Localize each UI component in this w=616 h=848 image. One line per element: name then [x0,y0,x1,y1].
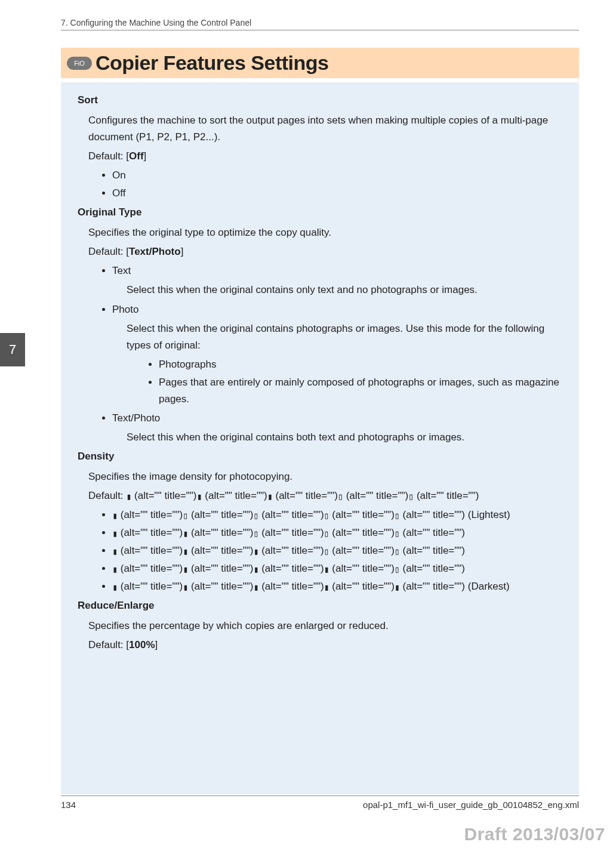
density-bar-icon: ▮ [183,526,188,541]
density-bar-icon: ▮ [112,580,118,595]
list-item: Text/Photo Select this when the original… [112,410,568,446]
density-bar-icon: ▮ [183,580,188,595]
density-bar-icon: ▮ [324,580,329,595]
original-type-default: Default: [Text/Photo] [88,243,568,260]
glyph-alt: (alt="" title="") [329,527,395,538]
glyph-alt: (alt="" title="") [118,545,183,556]
item-desc: Select this when the original contains b… [127,429,568,446]
chapter-side-tab: 7 [0,333,25,366]
item-name: Text [112,265,131,276]
glyph-alt: (alt="" title="") [118,581,183,592]
section-title-original-type: Original Type [61,204,568,221]
level-suffix: (Lightest) [465,509,510,520]
density-bar-icon: ▯ [324,508,329,523]
list-item: Pages that are entirely or mainly compos… [159,374,568,408]
list-item: ▮ (alt="" title="")▮ (alt="" title="")▯ … [112,525,568,541]
item-name: Photo [112,304,138,315]
reduce-enlarge-desc: Specifies the percentage by which copies… [88,618,568,634]
sort-options: On Off [100,167,568,202]
page-number: 134 [61,800,76,810]
default-value: Text/Photo [129,246,181,257]
density-bar-icon: ▯ [324,544,329,559]
item-desc: Select this when the original contains p… [127,320,568,354]
glyph-alt: (alt="" title="") [400,563,465,574]
glyph-alt: (alt="" title="") [118,527,183,538]
density-bar-icon: ▮ [112,562,118,577]
glyph-alt: (alt="" title="") [329,563,395,574]
list-item: ▮ (alt="" title="")▮ (alt="" title="")▮ … [112,542,568,559]
glyph-alt: (alt="" title="") [202,490,267,501]
density-bar-icon: ▯ [395,562,400,577]
glyph-alt: (alt="" title="") [258,509,324,520]
chapter-header: 7. Configuring the Machine Using the Con… [61,18,579,30]
original-type-desc: Specifies the original type to optimize … [88,224,568,241]
glyph-alt: (alt="" title="") [188,527,253,538]
list-item: On [112,167,568,184]
glyph-alt: (alt="" title="") [188,545,253,556]
density-bar-icon: ▮ [395,580,400,595]
density-bar-icon: ▯ [395,508,400,523]
list-item: Photographs [159,356,568,373]
glyph-alt: (alt="" title="") [258,527,324,538]
page: 7. Configuring the Machine Using the Con… [0,0,616,848]
item-desc: Select this when the original contains o… [127,282,568,298]
list-item: ▮ (alt="" title="")▮ (alt="" title="")▮ … [112,578,568,595]
density-desc: Specifies the image density for photocop… [88,468,568,485]
default-label: Default: [ [88,639,129,650]
glyph-alt: (alt="" title="") [188,581,253,592]
density-default: Default: ▮ (alt="" title="")▮ (alt="" ti… [88,488,568,504]
draft-watermark: Draft 2013/03/07 [464,824,606,844]
photo-sublist: Photographs Pages that are entirely or m… [147,356,568,408]
density-bar-icon: ▯ [395,526,400,541]
glyph-alt: (alt="" title="") [400,509,465,520]
sort-desc: Configures the machine to sort the outpu… [88,112,568,146]
list-item: Off [112,185,568,202]
fio-badge: FiO [67,57,92,70]
default-close: ] [181,246,184,257]
density-bar-icon: ▮ [112,526,118,541]
glyph-alt: (alt="" title="") [258,581,324,592]
density-bar-icon: ▯ [183,508,188,523]
content-body: Sort Configures the machine to sort the … [61,82,579,794]
glyph-alt: (alt="" title="") [118,563,183,574]
glyph-alt: (alt="" title="") [258,545,324,556]
glyph-alt: (alt="" title="") [258,563,324,574]
page-title: Copier Features Settings [96,51,328,75]
default-label: Default: [ [88,150,129,162]
glyph-alt: (alt="" title="") [131,490,196,501]
section-title-density: Density [61,448,568,465]
list-item: Photo Select this when the original cont… [112,301,568,408]
glyph-alt: (alt="" title="") [188,563,253,574]
density-bar-icon: ▮ [112,544,118,559]
default-label: Default: [ [88,246,129,257]
original-type-options: Text Select this when the original conta… [100,263,568,445]
default-close: ] [155,639,158,650]
list-item: ▮ (alt="" title="")▮ (alt="" title="")▮ … [112,560,568,577]
density-bar-icon: ▮ [197,489,202,504]
glyph-alt: (alt="" title="") [273,490,338,501]
item-name: Text/Photo [112,412,160,424]
density-bar-icon: ▯ [324,526,329,541]
density-bar-icon: ▯ [408,489,414,504]
glyph-alt: (alt="" title="") [343,490,408,501]
density-bar-icon: ▮ [183,544,188,559]
section-title-sort: Sort [61,92,568,109]
page-footer: 134 opal-p1_mf1_wi-fi_user_guide_gb_0010… [61,795,579,810]
default-value: Off [129,150,144,162]
glyph-alt: (alt="" title="") [329,509,395,520]
glyph-alt: (alt="" title="") [329,581,395,592]
reduce-enlarge-default: Default: [100%] [88,637,568,653]
glyph-alt: (alt="" title="") [118,509,183,520]
density-levels: ▮ (alt="" title="")▯ (alt="" title="")▯ … [100,507,568,595]
density-bar-icon: ▮ [112,508,118,523]
list-item: Text Select this when the original conta… [112,263,568,298]
glyph-alt: (alt="" title="") [400,527,465,538]
default-value: 100% [129,639,155,650]
glyph-alt: (alt="" title="") [400,581,465,592]
source-file: opal-p1_mf1_wi-fi_user_guide_gb_00104852… [363,800,579,810]
level-suffix: (Darkest) [465,581,510,592]
section-title-reduce-enlarge: Reduce/Enlarge [61,597,568,614]
density-bar-icon: ▮ [126,489,131,504]
sort-default: Default: [Off] [88,148,568,165]
density-bar-icon: ▮ [324,562,329,577]
